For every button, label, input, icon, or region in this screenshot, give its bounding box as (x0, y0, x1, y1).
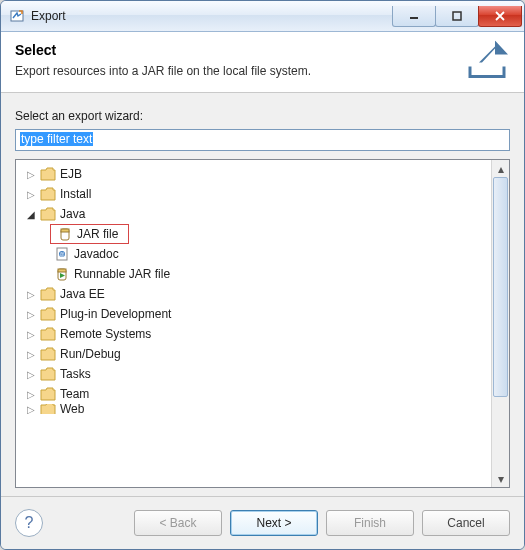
folder-icon (40, 404, 56, 414)
tree-label: Team (60, 387, 89, 401)
folder-icon (40, 387, 56, 401)
tree-label: Javadoc (74, 247, 119, 261)
tree-folder[interactable]: ▷EJB (18, 164, 489, 184)
twisty-icon[interactable]: ▷ (24, 349, 38, 360)
vertical-scrollbar[interactable]: ▴ ▾ (491, 160, 509, 487)
next-button[interactable]: Next > (230, 510, 318, 536)
scroll-down-icon[interactable]: ▾ (493, 470, 508, 487)
dialog-footer: ? < Back Next > Finish Cancel (1, 496, 524, 549)
minimize-button[interactable] (392, 6, 436, 27)
dialog-body: Select an export wizard: type filter tex… (1, 93, 524, 496)
help-button[interactable]: ? (15, 509, 43, 537)
dialog-header: Select Export resources into a JAR file … (1, 32, 524, 93)
tree-label: Java EE (60, 287, 105, 301)
twisty-icon[interactable]: ▷ (24, 389, 38, 400)
tree-label: Plug-in Development (60, 307, 171, 321)
wizard-tree[interactable]: ▷EJB▷Install◢JavaJAR file@JavadocRunnabl… (16, 160, 491, 487)
folder-icon (40, 167, 56, 181)
tree-item[interactable]: @Javadoc (18, 244, 489, 264)
folder-icon (40, 207, 56, 221)
tree-folder[interactable]: ◢Java (18, 204, 489, 224)
finish-button[interactable]: Finish (326, 510, 414, 536)
jar-icon (57, 226, 73, 242)
window-buttons (393, 6, 522, 27)
svg-rect-4 (61, 229, 69, 232)
tree-folder[interactable]: ▷Tasks (18, 364, 489, 384)
app-icon (9, 8, 25, 24)
selected-item-highlight: JAR file (50, 224, 129, 244)
svg-rect-2 (453, 12, 461, 20)
twisty-icon[interactable]: ▷ (24, 169, 38, 180)
tree-label: Run/Debug (60, 347, 121, 361)
tree-label: Install (60, 187, 91, 201)
scroll-up-icon[interactable]: ▴ (493, 160, 508, 177)
tree-label: Web (60, 404, 84, 414)
back-button[interactable]: < Back (134, 510, 222, 536)
export-icon (464, 41, 510, 84)
scroll-track[interactable] (493, 177, 508, 470)
javadoc-icon: @ (54, 246, 70, 262)
tree-label: Remote Systems (60, 327, 151, 341)
cancel-button[interactable]: Cancel (422, 510, 510, 536)
tree-label: Runnable JAR file (74, 267, 170, 281)
folder-icon (40, 307, 56, 321)
maximize-button[interactable] (435, 6, 479, 27)
folder-icon (40, 327, 56, 341)
window-title: Export (31, 9, 393, 23)
export-dialog: Export Select Export resources into a JA… (0, 0, 525, 550)
tree-folder[interactable]: ▷Web (18, 404, 489, 414)
tree-folder[interactable]: ▷Run/Debug (18, 344, 489, 364)
wizard-tree-container: ▷EJB▷Install◢JavaJAR file@JavadocRunnabl… (15, 159, 510, 488)
wizard-label: Select an export wizard: (15, 109, 510, 123)
tree-folder[interactable]: ▷Remote Systems (18, 324, 489, 344)
folder-icon (40, 347, 56, 361)
scroll-thumb[interactable] (493, 177, 508, 397)
twisty-icon[interactable]: ▷ (24, 289, 38, 300)
folder-icon (40, 187, 56, 201)
folder-icon (40, 287, 56, 301)
tree-item[interactable]: JAR file (18, 224, 489, 244)
svg-text:@: @ (59, 251, 64, 257)
twisty-icon[interactable]: ▷ (24, 369, 38, 380)
filter-input[interactable]: type filter text (15, 129, 510, 151)
filter-input-value: type filter text (20, 132, 93, 146)
tree-folder[interactable]: ▷Team (18, 384, 489, 404)
svg-rect-9 (58, 269, 66, 272)
twisty-icon[interactable]: ▷ (24, 404, 38, 414)
tree-label: JAR file (77, 227, 118, 241)
twisty-icon[interactable]: ▷ (24, 189, 38, 200)
titlebar[interactable]: Export (1, 1, 524, 32)
runjar-icon (54, 266, 70, 282)
tree-folder[interactable]: ▷Install (18, 184, 489, 204)
close-button[interactable] (478, 6, 522, 27)
tree-folder[interactable]: ▷Java EE (18, 284, 489, 304)
dialog-heading: Select (15, 42, 510, 58)
tree-folder[interactable]: ▷Plug-in Development (18, 304, 489, 324)
twisty-icon[interactable]: ▷ (24, 309, 38, 320)
twisty-icon[interactable]: ◢ (24, 209, 38, 220)
twisty-icon[interactable]: ▷ (24, 329, 38, 340)
tree-item[interactable]: Runnable JAR file (18, 264, 489, 284)
folder-icon (40, 367, 56, 381)
tree-label: Tasks (60, 367, 91, 381)
button-row: < Back Next > Finish Cancel (134, 510, 510, 536)
tree-label: Java (60, 207, 85, 221)
tree-label: EJB (60, 167, 82, 181)
dialog-description: Export resources into a JAR file on the … (15, 64, 510, 78)
